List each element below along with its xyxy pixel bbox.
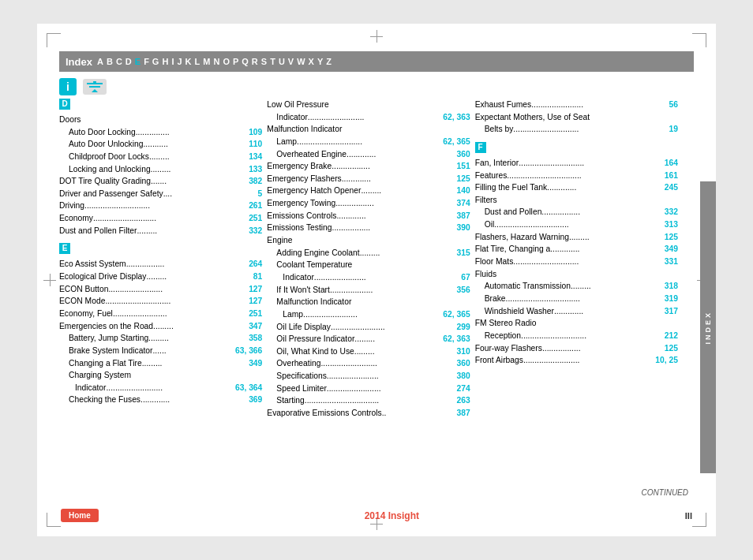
entry-emergency-hatch: Emergency Hatch Opener.........140 (267, 185, 470, 197)
page: INDEX Index A B C D E F G H I J K L M N … (37, 24, 716, 536)
alpha-N[interactable]: N (213, 57, 219, 66)
entry-flat-tire-changing: Flat Tire, Changing a.............349 (475, 243, 678, 256)
entry-malfunction-lamp: Lamp.............................62, 365 (267, 136, 470, 148)
entry-flashers-hazard: Flashers, Hazard Warning.........125 (475, 231, 678, 244)
index-header: Index A B C D E F G H I J K L M N O P Q … (59, 51, 694, 72)
alpha-links: A B C D E F G H I J K L M N O P Q R S T … (97, 57, 332, 66)
entry-oil-kind: Oil, What Kind to Use.........310 (267, 345, 470, 358)
entry-economy-fuel: Economy, Fuel........................251 (59, 308, 262, 320)
alpha-D[interactable]: D (126, 57, 132, 66)
entry-emergency-towing: Emergency Towing.................374 (267, 197, 470, 210)
entry-filters: Filters (475, 194, 678, 207)
entry-exhaust-fumes: Exhaust Fumes.......................56 (475, 99, 678, 111)
entry-locking-unlocking: Locking and Unlocking.........133 (59, 163, 262, 176)
entry-auto-transmission: Automatic Transmission.........318 (475, 280, 678, 293)
entry-childproof-door-locks: Childproof Door Locks.........134 (59, 151, 262, 163)
alpha-M[interactable]: M (203, 57, 210, 66)
entry-charging-indicator: Indicator.........................63, 36… (59, 382, 262, 394)
entry-belts-by: Belts by.............................19 (475, 123, 678, 136)
entry-oil-life-display: Oil Life Display........................… (267, 321, 470, 334)
corner-mark-tl (47, 33, 61, 47)
entry-specifications: Specifications.......................380 (267, 370, 470, 383)
alpha-P[interactable]: P (233, 57, 238, 66)
footer-title: 2014 Insight (365, 510, 419, 521)
svg-rect-1 (89, 86, 100, 88)
footer-home-button[interactable]: Home (61, 509, 99, 522)
alpha-E[interactable]: E (135, 57, 140, 66)
entry-doors: Doors (59, 114, 262, 126)
alpha-R[interactable]: R (252, 57, 258, 66)
entry-windshield-washer: Windshield Washer.............317 (475, 305, 678, 318)
alpha-V[interactable]: V (288, 57, 294, 66)
alpha-F[interactable]: F (144, 57, 149, 66)
entry-econ-mode: ECON Mode.............................12… (59, 295, 262, 308)
entry-filling-fuel-tank: Filling the Fuel Tank.............245 (475, 181, 678, 194)
section-f-letter: F (475, 142, 486, 153)
sidebar-index: INDEX (700, 181, 716, 473)
alpha-B[interactable]: B (107, 57, 113, 66)
entry-four-way-flashers: Four-way Flashers.................125 (475, 342, 678, 355)
entry-economy: Economy............................251 (59, 212, 262, 225)
entry-fm-stereo-radio: FM Stereo Radio (475, 317, 678, 330)
entry-eco-assist: Eco Assist System.................264 (59, 258, 262, 271)
alpha-W[interactable]: W (297, 57, 305, 66)
entry-adding-coolant: Adding Engine Coolant.........315 (267, 247, 470, 259)
alpha-J[interactable]: J (177, 57, 182, 66)
footer-page-number: III (685, 511, 692, 521)
alpha-I[interactable]: I (171, 57, 174, 66)
alpha-T[interactable]: T (270, 57, 275, 66)
entry-features: Features................................… (475, 170, 678, 182)
info-icon[interactable]: i (59, 78, 77, 95)
entry-emergency-brake: Emergency Brake.................151 (267, 160, 470, 173)
entry-oil-pressure-ind: Oil Pressure Indicator.........62, 363 (267, 333, 470, 345)
alpha-A[interactable]: A (97, 57, 103, 66)
corner-mark-tr (692, 33, 706, 47)
alpha-L[interactable]: L (195, 57, 200, 66)
entry-emergency-flashers: Emergency Flashers.............125 (267, 173, 470, 185)
alpha-X[interactable]: X (309, 57, 314, 66)
continued-text: CONTINUED (37, 488, 688, 497)
alpha-H[interactable]: H (162, 57, 168, 66)
alpha-Y[interactable]: Y (317, 57, 323, 66)
entry-brake-system-ind: Brake System Indicator......63, 366 (59, 345, 262, 357)
entry-driving: Driving.............................261 (59, 200, 262, 212)
entry-overheating: Overheating.........................360 (267, 357, 470, 370)
entry-low-oil-pressure: Low Oil Pressure (267, 99, 470, 111)
entry-evap-emissions: Evaporative Emissions Controls..387 (267, 407, 470, 420)
col1: D Doors Auto Door Locking...............… (59, 99, 267, 485)
col3: Exhaust Fumes.......................56 E… (475, 99, 694, 485)
alpha-U[interactable]: U (279, 57, 285, 66)
entry-coolant-indicator: Indicator.......................67 (267, 271, 470, 284)
alpha-O[interactable]: O (223, 57, 230, 66)
nav-icon[interactable] (83, 79, 107, 95)
entry-fan-interior: Fan, Interior...........................… (475, 157, 678, 170)
entry-brake-fluid: Brake.................................31… (475, 293, 678, 305)
entry-engine: Engine (267, 234, 470, 247)
index-title: Index (66, 56, 92, 68)
crosshair-left (43, 274, 56, 286)
alpha-S[interactable]: S (261, 57, 267, 66)
entry-expectant-mothers: Expectant Mothers, Use of Seat (475, 111, 678, 124)
entry-changing-flat-tire: Changing a Flat Tire.........349 (59, 357, 262, 370)
entry-auto-door-locking: Auto Door Locking...............109 (59, 126, 262, 139)
alpha-Z[interactable]: Z (326, 57, 332, 66)
alpha-K[interactable]: K (185, 57, 192, 66)
alpha-Q[interactable]: Q (242, 57, 249, 66)
entry-checking-fuses: Checking the Fuses.............369 (59, 394, 262, 406)
entry-front-airbags: Front Airbags.........................10… (475, 354, 678, 367)
section-e-letter: E (59, 243, 70, 254)
entry-overheated-engine: Overheated Engine.............360 (267, 148, 470, 161)
entry-driver-passenger: Driver and Passenger Safety....5 (59, 188, 262, 200)
col2: Low Oil Pressure Indicator..............… (267, 99, 474, 485)
alpha-C[interactable]: C (116, 57, 122, 66)
svg-marker-2 (92, 89, 98, 92)
entry-engine-malfunction-ind: Malfunction Indicator (267, 296, 470, 308)
entry-fluids: Fluids (475, 268, 678, 281)
alpha-G[interactable]: G (152, 57, 159, 66)
entry-speed-limiter: Speed Limiter........................274 (267, 383, 470, 395)
entry-emissions-testing: Emissions Testing.................390 (267, 222, 470, 234)
entry-auto-door-unlocking: Auto Door Unlocking...........110 (59, 138, 262, 151)
section-d-letter: D (59, 99, 70, 110)
entry-coolant-temp: Coolant Temperature (267, 259, 470, 271)
icons-row: i (59, 78, 694, 95)
